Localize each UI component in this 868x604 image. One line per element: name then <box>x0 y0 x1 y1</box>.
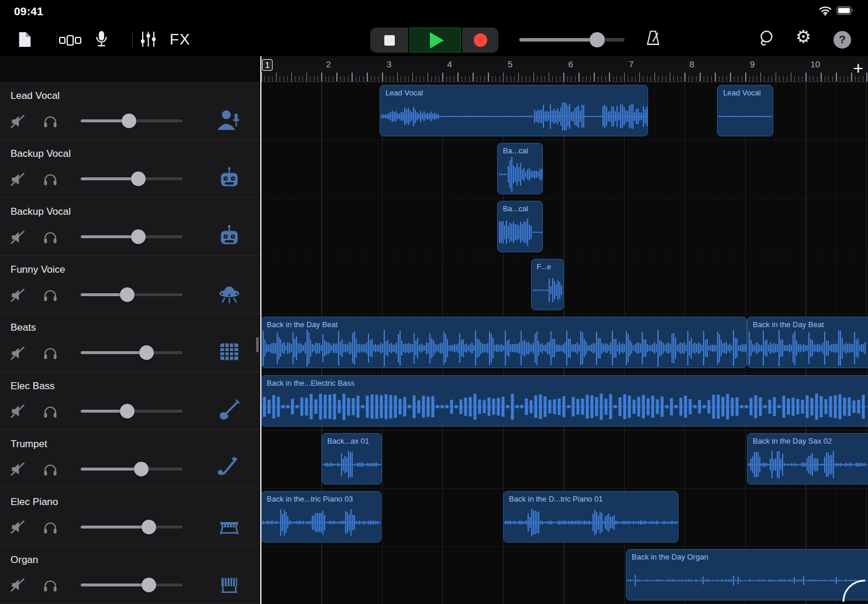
mute-icon[interactable] <box>9 113 26 129</box>
audio-region[interactable]: F...e <box>531 259 564 310</box>
track-header[interactable]: Organ <box>0 546 260 604</box>
ufo-icon[interactable] <box>216 280 243 307</box>
audio-region[interactable]: Back in the Day Beat <box>261 317 747 368</box>
corner-gesture-arc <box>840 578 867 604</box>
track-volume-slider[interactable] <box>81 405 182 417</box>
track-view-icon[interactable] <box>58 33 82 47</box>
electric-piano-icon[interactable] <box>216 513 243 540</box>
track-volume-slider[interactable] <box>81 463 182 475</box>
help-button[interactable]: ? <box>833 31 851 49</box>
loop-browser-icon[interactable] <box>757 29 776 47</box>
master-volume-slider[interactable] <box>519 35 625 45</box>
timeline-lanes[interactable]: Lead VocalLead VocalBa...calBa...calF...… <box>261 82 868 604</box>
solo-headphones-icon[interactable] <box>42 577 58 593</box>
audio-region[interactable]: Ba...cal <box>497 201 543 252</box>
saxophone-icon[interactable] <box>216 455 243 482</box>
track-header-spacer <box>0 56 261 82</box>
audio-region[interactable]: Back in the Day Beat <box>747 317 868 368</box>
audio-region[interactable]: Back in the...Electric Bass <box>261 375 868 427</box>
track-name: Elec Piano <box>11 496 58 508</box>
playhead[interactable] <box>260 56 261 604</box>
track-volume-slider[interactable] <box>81 173 182 184</box>
ruler-bar-number: 3 <box>387 59 391 69</box>
mute-icon[interactable] <box>9 345 26 361</box>
track-header[interactable]: Elec Bass <box>0 372 260 430</box>
track-volume-slider[interactable] <box>81 115 182 126</box>
track-header[interactable]: Backup Vocal <box>0 198 260 256</box>
solo-headphones-icon[interactable] <box>42 171 58 187</box>
gear-glyph: ⚙ <box>795 28 811 46</box>
slider-thumb[interactable] <box>134 462 149 476</box>
add-section-plus-button[interactable]: + <box>853 59 863 78</box>
drum-machine-icon[interactable] <box>216 338 243 365</box>
solo-headphones-icon[interactable] <box>42 519 58 536</box>
toolbar-divider <box>56 31 57 49</box>
mute-icon[interactable] <box>9 461 26 478</box>
track-header[interactable]: Lead Vocal <box>0 82 260 140</box>
panel-resize-handle[interactable] <box>256 337 259 352</box>
audio-region[interactable]: Back in the...tric Piano 03 <box>261 491 381 543</box>
mute-icon[interactable] <box>9 171 26 187</box>
slider-thumb[interactable] <box>131 229 146 244</box>
mixer-icon[interactable] <box>139 30 157 48</box>
fx-button[interactable]: FX <box>170 30 190 49</box>
track-name: Beats <box>11 322 36 334</box>
track-header[interactable]: Elec Piano <box>0 488 260 546</box>
play-button[interactable] <box>409 28 461 53</box>
solo-headphones-icon[interactable] <box>42 403 58 420</box>
slider-thumb[interactable] <box>120 287 135 302</box>
track-header[interactable]: Backup Vocal <box>0 140 260 198</box>
audio-region[interactable]: Lead Vocal <box>380 85 649 136</box>
solo-headphones-icon[interactable] <box>42 461 58 478</box>
audio-region[interactable]: Back in the D...tric Piano 01 <box>503 491 678 543</box>
solo-headphones-icon[interactable] <box>42 287 58 303</box>
solo-headphones-icon[interactable] <box>42 229 58 245</box>
record-button[interactable] <box>462 28 498 53</box>
track-header[interactable]: Trumpet <box>0 430 260 488</box>
bass-guitar-icon[interactable] <box>216 397 243 424</box>
region-label: Back...ax 01 <box>322 434 382 445</box>
vocalist-icon[interactable] <box>216 107 243 133</box>
mute-icon[interactable] <box>9 519 26 536</box>
slider-thumb[interactable] <box>122 114 136 128</box>
slider-thumb[interactable] <box>131 171 146 186</box>
ruler-bar-number: 8 <box>690 59 694 69</box>
document-icon[interactable] <box>18 31 32 48</box>
mute-icon[interactable] <box>9 229 26 245</box>
track-header[interactable]: Funny Voice <box>0 256 260 314</box>
slider-thumb[interactable] <box>590 32 605 47</box>
mute-icon[interactable] <box>9 403 26 420</box>
solo-headphones-icon[interactable] <box>42 345 58 361</box>
slider-thumb[interactable] <box>139 345 154 360</box>
slider-track <box>519 38 625 42</box>
stop-button[interactable] <box>370 28 408 53</box>
audio-region[interactable]: Ba...cal <box>497 143 543 194</box>
metronome-icon[interactable] <box>644 29 662 47</box>
robot-icon[interactable] <box>216 222 243 249</box>
settings-gear-icon[interactable]: ⚙ <box>795 28 811 46</box>
mic-input-icon[interactable] <box>94 30 109 48</box>
track-panel: Lead VocalBackup VocalBackup VocalFunny … <box>0 82 261 604</box>
track-volume-slider[interactable] <box>81 521 182 533</box>
ruler-bar-number: 5 <box>508 59 512 69</box>
mute-icon[interactable] <box>9 287 26 303</box>
audio-region[interactable]: Back...ax 01 <box>322 433 383 485</box>
slider-thumb[interactable] <box>142 578 156 592</box>
solo-headphones-icon[interactable] <box>42 113 58 129</box>
audio-region[interactable]: Back in the Day Organ <box>626 549 868 600</box>
status-bar: 09:41 <box>0 0 868 23</box>
track-volume-slider[interactable] <box>81 346 182 358</box>
organ-icon[interactable] <box>216 571 243 598</box>
audio-region[interactable]: Back in the Day Sax 02 <box>747 433 868 485</box>
track-header[interactable]: Beats <box>0 314 260 372</box>
slider-thumb[interactable] <box>120 404 135 418</box>
robot-icon[interactable] <box>216 164 243 191</box>
mute-icon[interactable] <box>9 577 26 593</box>
timeline-column: + 12345678910 Lead VocalLead VocalBa...c… <box>261 56 868 604</box>
track-volume-slider[interactable] <box>81 289 182 300</box>
slider-thumb[interactable] <box>142 520 156 534</box>
timeline-ruler[interactable]: + 12345678910 <box>261 56 868 82</box>
track-volume-slider[interactable] <box>81 231 182 242</box>
audio-region[interactable]: Lead Vocal <box>717 85 773 136</box>
track-volume-slider[interactable] <box>81 579 182 591</box>
